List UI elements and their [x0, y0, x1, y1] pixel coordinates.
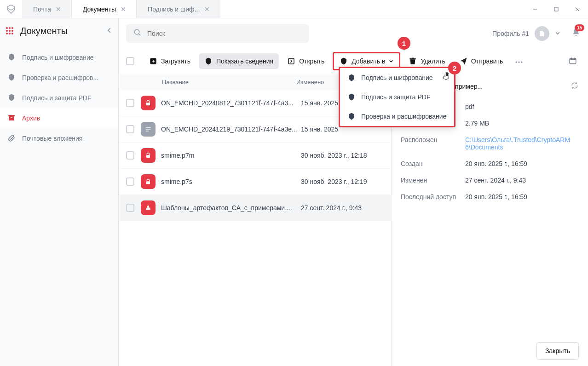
sidebar-item-archive[interactable]: Архив — [0, 108, 118, 128]
shield-pdf-icon — [7, 93, 17, 103]
lock-file-icon — [141, 148, 156, 163]
plus-square-icon — [149, 57, 157, 65]
tab-sign-encrypt[interactable]: Подпись и шиф... ✕ — [137, 0, 220, 18]
row-checkbox[interactable] — [126, 177, 134, 186]
refresh-icon[interactable] — [571, 81, 579, 91]
tab-label: Почта — [33, 6, 51, 13]
profile-area: Профиль #1 15 — [492, 26, 581, 41]
close-icon[interactable]: ✕ — [203, 6, 211, 13]
svg-point-36 — [147, 206, 149, 207]
row-checkbox[interactable] — [126, 151, 134, 160]
tab-label: Подпись и шиф... — [148, 6, 200, 13]
calendar-button[interactable] — [565, 53, 581, 70]
avatar[interactable] — [535, 26, 549, 41]
sidebar-item-pdf-protect[interactable]: Подпись и защита PDF — [0, 88, 118, 108]
dropdown-item-verify-decrypt[interactable]: Проверка и расшифрование — [340, 107, 454, 126]
svg-rect-35 — [146, 181, 150, 184]
svg-point-12 — [12, 33, 13, 34]
sidebar-header: Документы — [0, 18, 118, 44]
file-name: Шаблоны_артефактов_СА_с_примерами.... — [161, 204, 301, 212]
send-icon — [459, 57, 467, 65]
pdf-file-icon — [141, 200, 156, 215]
file-modified-date: 27 сент. 2024 г., 9:43 — [301, 204, 384, 212]
window-controls — [525, 0, 588, 18]
table-row[interactable]: smime.p7s30 нояб. 2023 г., 12:19 — [119, 169, 391, 195]
chevron-down-icon — [389, 57, 393, 65]
window-titlebar: Почта ✕ Документы ✕ Подпись и шиф... ✕ — [0, 0, 588, 18]
action-label: Отправить — [471, 57, 503, 65]
profile-label: Профиль #1 — [492, 30, 529, 37]
info-shield-icon — [204, 57, 213, 65]
svg-point-25 — [521, 62, 523, 63]
tab-mail[interactable]: Почта ✕ — [22, 0, 72, 18]
close-icon[interactable]: ✕ — [55, 6, 62, 13]
search-box[interactable] — [126, 24, 309, 43]
open-button[interactable]: Открыть — [282, 53, 330, 69]
minimize-button[interactable] — [525, 0, 546, 18]
annotation-badge-2: 2 — [448, 62, 461, 74]
sidebar-item-verify-decrypt[interactable]: Проверка и расшифров... — [0, 68, 118, 88]
details-value: 2.79 MB — [465, 120, 579, 127]
svg-point-23 — [516, 62, 517, 63]
table-row[interactable]: smime.p7m30 нояб. 2023 г., 12:18 — [119, 143, 391, 169]
table-row[interactable]: Шаблоны_артефактов_СА_с_примерами....27 … — [119, 195, 391, 221]
details-label: Создан — [401, 160, 465, 167]
row-checkbox[interactable] — [126, 204, 134, 212]
row-checkbox[interactable] — [126, 125, 134, 133]
notification-count-badge: 15 — [575, 24, 584, 31]
sidebar-item-sign-encrypt[interactable]: Подпись и шифрование — [0, 47, 118, 68]
svg-point-9 — [12, 30, 13, 32]
sidebar-title: Документы — [20, 26, 101, 36]
details-value[interactable]: C:\Users\Ольга\.Trusted\CryptoARM 6\Docu… — [465, 136, 579, 151]
details-row: Создан20 янв. 2025 г., 16:59 — [401, 155, 579, 172]
dropdown-item-label: Подпись и шифрование — [361, 74, 433, 81]
column-header-name[interactable]: Название — [160, 79, 296, 86]
sidebar-item-label: Архив — [22, 114, 40, 122]
details-row: Изменен27 сент. 2024 г., 9:43 — [401, 172, 579, 189]
search-input[interactable] — [147, 30, 302, 37]
row-checkbox[interactable] — [126, 99, 134, 107]
add-to-dropdown: Подпись и шифрование Подпись и защита PD… — [339, 67, 455, 127]
maximize-button[interactable] — [546, 0, 567, 18]
details-label: Изменен — [401, 177, 465, 184]
file-modified-date: 30 нояб. 2023 г., 12:18 — [301, 152, 384, 159]
close-panel-button[interactable]: Закрыть — [536, 342, 579, 360]
show-details-button[interactable]: Показать сведения — [199, 53, 279, 69]
svg-rect-22 — [412, 58, 414, 59]
shield-pdf-icon — [347, 93, 356, 101]
shield-check-icon — [347, 112, 356, 120]
svg-point-10 — [6, 33, 8, 34]
notifications-button[interactable]: 15 — [571, 28, 581, 39]
sidebar-item-mail-attachments[interactable]: Почтовые вложения — [0, 128, 118, 149]
footer: Закрыть — [536, 342, 579, 360]
action-label: Открыть — [299, 57, 324, 65]
tab-documents[interactable]: Документы ✕ — [72, 0, 137, 18]
apps-grid-icon[interactable] — [6, 27, 15, 36]
close-window-button[interactable] — [567, 0, 588, 18]
send-button[interactable]: Отправить — [454, 53, 508, 69]
lock-file-icon — [141, 174, 156, 189]
details-value: 20 янв. 2025 г., 16:59 — [465, 193, 579, 200]
sidebar-item-label: Почтовые вложения — [22, 135, 82, 142]
chevron-left-icon[interactable] — [106, 27, 113, 35]
file-name: smime.p7m — [161, 152, 301, 159]
select-all-checkbox[interactable] — [126, 57, 134, 65]
sidebar-items: Подпись и шифрование Проверка и расшифро… — [0, 44, 118, 152]
close-icon[interactable]: ✕ — [120, 6, 127, 13]
svg-point-24 — [519, 62, 520, 63]
file-modified-date: 30 нояб. 2023 г., 12:19 — [301, 178, 384, 185]
sidebar-item-label: Подпись и шифрование — [22, 54, 94, 61]
svg-rect-34 — [146, 155, 150, 158]
svg-point-6 — [12, 27, 13, 29]
dropdown-item-sign-encrypt[interactable]: Подпись и шифрование — [340, 68, 454, 87]
chevron-down-icon[interactable] — [555, 30, 560, 37]
dropdown-item-pdf-protect[interactable]: Подпись и защита PDF — [340, 87, 454, 107]
svg-line-16 — [138, 34, 140, 35]
shield-pen-icon — [347, 74, 356, 82]
shield-pen-icon — [7, 53, 17, 62]
more-actions-button[interactable] — [511, 54, 527, 69]
details-value: pdf — [465, 103, 579, 110]
upload-button[interactable]: Загрузить — [144, 53, 196, 69]
details-value: 27 сент. 2024 г., 9:43 — [465, 177, 579, 184]
svg-rect-13 — [8, 115, 15, 116]
